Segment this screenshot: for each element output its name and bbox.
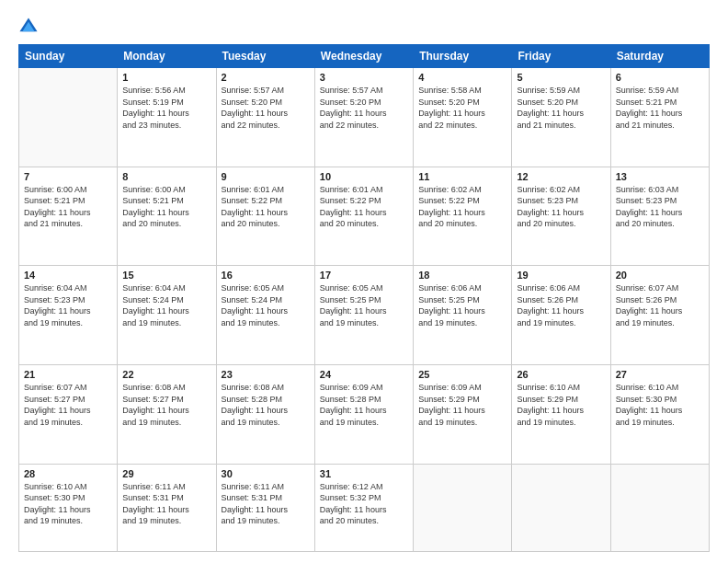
day-number: 22 <box>122 369 210 380</box>
calendar-header-monday: Monday <box>118 45 216 68</box>
day-info: Sunrise: 6:11 AM Sunset: 5:31 PM Dayligh… <box>222 481 310 527</box>
day-info: Sunrise: 6:02 AM Sunset: 5:23 PM Dayligh… <box>517 184 605 230</box>
calendar-cell: 20Sunrise: 6:07 AM Sunset: 5:26 PM Dayli… <box>610 266 709 365</box>
calendar-header-row: SundayMondayTuesdayWednesdayThursdayFrid… <box>19 45 710 68</box>
calendar-cell: 31Sunrise: 6:12 AM Sunset: 5:32 PM Dayli… <box>314 464 413 551</box>
calendar-cell: 3Sunrise: 5:57 AM Sunset: 5:20 PM Daylig… <box>314 68 413 167</box>
calendar-week-row: 14Sunrise: 6:04 AM Sunset: 5:23 PM Dayli… <box>19 266 710 365</box>
calendar-cell: 29Sunrise: 6:11 AM Sunset: 5:31 PM Dayli… <box>118 464 216 551</box>
day-info: Sunrise: 6:10 AM Sunset: 5:30 PM Dayligh… <box>24 481 112 527</box>
calendar-cell: 11Sunrise: 6:02 AM Sunset: 5:22 PM Dayli… <box>414 167 512 266</box>
calendar-cell: 4Sunrise: 5:58 AM Sunset: 5:20 PM Daylig… <box>414 68 512 167</box>
day-info: Sunrise: 6:10 AM Sunset: 5:30 PM Dayligh… <box>616 382 704 428</box>
day-info: Sunrise: 6:05 AM Sunset: 5:24 PM Dayligh… <box>222 282 310 328</box>
calendar-cell: 1Sunrise: 5:56 AM Sunset: 5:19 PM Daylig… <box>118 68 216 167</box>
day-number: 18 <box>418 270 506 281</box>
calendar-cell <box>414 464 512 551</box>
day-number: 5 <box>517 72 605 83</box>
calendar-cell: 2Sunrise: 5:57 AM Sunset: 5:20 PM Daylig… <box>216 68 314 167</box>
calendar-week-row: 7Sunrise: 6:00 AM Sunset: 5:21 PM Daylig… <box>19 167 710 266</box>
calendar-cell: 28Sunrise: 6:10 AM Sunset: 5:30 PM Dayli… <box>19 464 118 551</box>
day-number: 6 <box>616 72 704 83</box>
day-info: Sunrise: 6:04 AM Sunset: 5:23 PM Dayligh… <box>24 282 112 328</box>
day-number: 8 <box>122 171 210 182</box>
day-info: Sunrise: 6:09 AM Sunset: 5:29 PM Dayligh… <box>418 382 506 428</box>
day-info: Sunrise: 6:03 AM Sunset: 5:23 PM Dayligh… <box>616 184 704 230</box>
calendar-cell: 23Sunrise: 6:08 AM Sunset: 5:28 PM Dayli… <box>216 364 314 464</box>
day-info: Sunrise: 6:11 AM Sunset: 5:31 PM Dayligh… <box>122 481 210 527</box>
day-number: 30 <box>222 468 310 479</box>
day-number: 19 <box>517 270 605 281</box>
calendar-cell: 16Sunrise: 6:05 AM Sunset: 5:24 PM Dayli… <box>216 266 314 365</box>
calendar-cell: 17Sunrise: 6:05 AM Sunset: 5:25 PM Dayli… <box>314 266 413 365</box>
day-info: Sunrise: 6:10 AM Sunset: 5:29 PM Dayligh… <box>517 382 605 428</box>
day-info: Sunrise: 5:59 AM Sunset: 5:21 PM Dayligh… <box>616 85 704 131</box>
day-number: 29 <box>122 468 210 479</box>
calendar-cell <box>610 464 709 551</box>
day-info: Sunrise: 5:59 AM Sunset: 5:20 PM Dayligh… <box>517 85 605 131</box>
day-info: Sunrise: 6:12 AM Sunset: 5:32 PM Dayligh… <box>320 481 408 527</box>
day-number: 4 <box>418 72 506 83</box>
calendar-cell: 30Sunrise: 6:11 AM Sunset: 5:31 PM Dayli… <box>216 464 314 551</box>
calendar-week-row: 28Sunrise: 6:10 AM Sunset: 5:30 PM Dayli… <box>19 464 710 551</box>
calendar-week-row: 21Sunrise: 6:07 AM Sunset: 5:27 PM Dayli… <box>19 364 710 464</box>
day-number: 20 <box>616 270 704 281</box>
calendar-cell <box>19 68 118 167</box>
calendar-header-sunday: Sunday <box>19 45 118 68</box>
calendar-cell: 27Sunrise: 6:10 AM Sunset: 5:30 PM Dayli… <box>610 364 709 464</box>
day-info: Sunrise: 6:02 AM Sunset: 5:22 PM Dayligh… <box>418 184 506 230</box>
calendar-header-friday: Friday <box>512 45 610 68</box>
calendar-cell: 14Sunrise: 6:04 AM Sunset: 5:23 PM Dayli… <box>19 266 118 365</box>
calendar-cell: 8Sunrise: 6:00 AM Sunset: 5:21 PM Daylig… <box>118 167 216 266</box>
day-info: Sunrise: 6:06 AM Sunset: 5:26 PM Dayligh… <box>517 282 605 328</box>
day-info: Sunrise: 6:04 AM Sunset: 5:24 PM Dayligh… <box>122 282 210 328</box>
calendar-cell: 5Sunrise: 5:59 AM Sunset: 5:20 PM Daylig… <box>512 68 610 167</box>
calendar-cell: 26Sunrise: 6:10 AM Sunset: 5:29 PM Dayli… <box>512 364 610 464</box>
day-info: Sunrise: 6:06 AM Sunset: 5:25 PM Dayligh… <box>418 282 506 328</box>
calendar-header-wednesday: Wednesday <box>314 45 413 68</box>
day-info: Sunrise: 6:09 AM Sunset: 5:28 PM Dayligh… <box>320 382 408 428</box>
day-number: 13 <box>616 171 704 182</box>
day-info: Sunrise: 6:05 AM Sunset: 5:25 PM Dayligh… <box>320 282 408 328</box>
calendar-header-saturday: Saturday <box>610 45 709 68</box>
calendar-cell: 15Sunrise: 6:04 AM Sunset: 5:24 PM Dayli… <box>118 266 216 365</box>
calendar-cell: 18Sunrise: 6:06 AM Sunset: 5:25 PM Dayli… <box>414 266 512 365</box>
calendar-cell: 19Sunrise: 6:06 AM Sunset: 5:26 PM Dayli… <box>512 266 610 365</box>
day-info: Sunrise: 6:07 AM Sunset: 5:26 PM Dayligh… <box>616 282 704 328</box>
calendar-cell: 13Sunrise: 6:03 AM Sunset: 5:23 PM Dayli… <box>610 167 709 266</box>
day-info: Sunrise: 5:57 AM Sunset: 5:20 PM Dayligh… <box>222 85 310 131</box>
calendar-header-thursday: Thursday <box>414 45 512 68</box>
logo <box>18 17 42 37</box>
calendar-cell: 24Sunrise: 6:09 AM Sunset: 5:28 PM Dayli… <box>314 364 413 464</box>
day-number: 9 <box>222 171 310 182</box>
day-info: Sunrise: 6:00 AM Sunset: 5:21 PM Dayligh… <box>24 184 112 230</box>
day-number: 17 <box>320 270 408 281</box>
day-info: Sunrise: 6:07 AM Sunset: 5:27 PM Dayligh… <box>24 382 112 428</box>
day-info: Sunrise: 6:01 AM Sunset: 5:22 PM Dayligh… <box>320 184 408 230</box>
header <box>18 17 710 37</box>
day-number: 12 <box>517 171 605 182</box>
calendar-cell: 10Sunrise: 6:01 AM Sunset: 5:22 PM Dayli… <box>314 167 413 266</box>
calendar-table: SundayMondayTuesdayWednesdayThursdayFrid… <box>18 44 710 552</box>
day-number: 27 <box>616 369 704 380</box>
calendar-cell: 12Sunrise: 6:02 AM Sunset: 5:23 PM Dayli… <box>512 167 610 266</box>
day-number: 11 <box>418 171 506 182</box>
day-number: 16 <box>222 270 310 281</box>
day-number: 7 <box>24 171 112 182</box>
calendar-cell <box>512 464 610 551</box>
calendar-cell: 25Sunrise: 6:09 AM Sunset: 5:29 PM Dayli… <box>414 364 512 464</box>
day-number: 21 <box>24 369 112 380</box>
calendar-week-row: 1Sunrise: 5:56 AM Sunset: 5:19 PM Daylig… <box>19 68 710 167</box>
day-number: 26 <box>517 369 605 380</box>
day-number: 14 <box>24 270 112 281</box>
day-number: 25 <box>418 369 506 380</box>
day-info: Sunrise: 5:56 AM Sunset: 5:19 PM Dayligh… <box>122 85 210 131</box>
day-info: Sunrise: 6:01 AM Sunset: 5:22 PM Dayligh… <box>222 184 310 230</box>
day-number: 31 <box>320 468 408 479</box>
day-info: Sunrise: 5:58 AM Sunset: 5:20 PM Dayligh… <box>418 85 506 131</box>
calendar-cell: 7Sunrise: 6:00 AM Sunset: 5:21 PM Daylig… <box>19 167 118 266</box>
day-info: Sunrise: 5:57 AM Sunset: 5:20 PM Dayligh… <box>320 85 408 131</box>
day-info: Sunrise: 6:08 AM Sunset: 5:28 PM Dayligh… <box>222 382 310 428</box>
calendar-header-tuesday: Tuesday <box>216 45 314 68</box>
day-number: 24 <box>320 369 408 380</box>
